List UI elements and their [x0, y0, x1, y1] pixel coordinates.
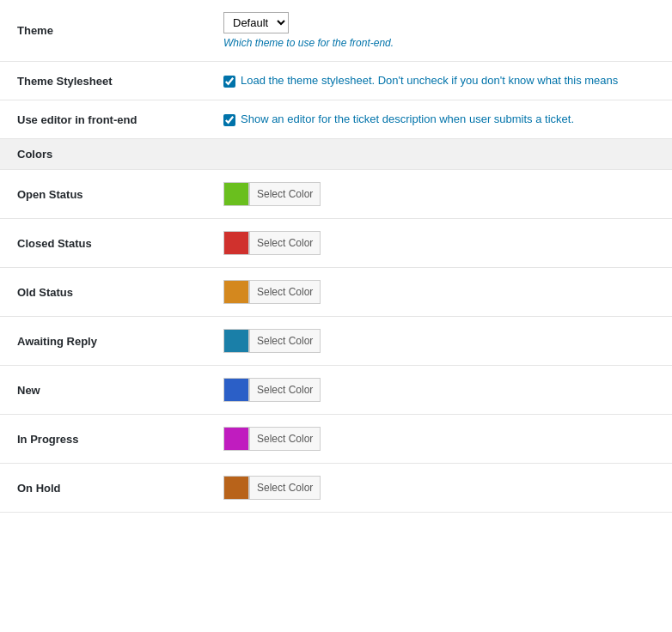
- color-label-on-hold: On Hold: [17, 482, 61, 495]
- color-row-awaiting-reply: Awaiting ReplySelect Color: [0, 317, 672, 366]
- color-swatch-closed-status: [223, 231, 249, 255]
- color-label-old-status: Old Status: [17, 286, 73, 299]
- select-color-button-on-hold[interactable]: Select Color: [249, 476, 321, 500]
- theme-stylesheet-checkbox-row: Load the theme stylesheet. Don't uncheck…: [223, 74, 663, 88]
- color-picker-open-status: Select Color: [223, 182, 663, 206]
- color-row-old-status: Old StatusSelect Color: [0, 268, 672, 317]
- color-picker-closed-status: Select Color: [223, 231, 663, 255]
- theme-stylesheet-checkbox-label: Load the theme stylesheet. Don't uncheck…: [241, 74, 618, 87]
- color-label-awaiting-reply: Awaiting Reply: [17, 335, 97, 348]
- color-swatch-in-progress: [223, 427, 249, 451]
- use-editor-row: Use editor in front-end Show an editor f…: [0, 100, 672, 139]
- color-row-new: NewSelect Color: [0, 366, 672, 415]
- color-swatch-awaiting-reply: [223, 329, 249, 353]
- theme-label: Theme: [17, 24, 53, 37]
- color-label-closed-status: Closed Status: [17, 237, 92, 250]
- select-color-button-in-progress[interactable]: Select Color: [249, 427, 321, 451]
- select-color-button-closed-status[interactable]: Select Color: [249, 231, 321, 255]
- color-row-open-status: Open StatusSelect Color: [0, 170, 672, 219]
- use-editor-checkbox[interactable]: [223, 114, 235, 126]
- use-editor-checkbox-label: Show an editor for the ticket descriptio…: [241, 112, 574, 125]
- use-editor-label: Use editor in front-end: [17, 113, 137, 126]
- settings-table: Theme Default Which theme to use for the…: [0, 0, 672, 170]
- color-label-in-progress: In Progress: [17, 433, 79, 446]
- color-label-new: New: [17, 384, 40, 397]
- color-swatch-new: [223, 378, 249, 402]
- theme-row: Theme Default Which theme to use for the…: [0, 0, 672, 62]
- theme-stylesheet-label: Theme Stylesheet: [17, 75, 113, 88]
- use-editor-checkbox-row: Show an editor for the ticket descriptio…: [223, 112, 663, 126]
- color-picker-new: Select Color: [223, 378, 663, 402]
- colors-section-header: Colors: [0, 139, 672, 170]
- theme-stylesheet-checkbox[interactable]: [223, 76, 235, 88]
- color-row-closed-status: Closed StatusSelect Color: [0, 219, 672, 268]
- color-row-in-progress: In ProgressSelect Color: [0, 415, 672, 464]
- color-swatch-open-status: [223, 182, 249, 206]
- color-picker-old-status: Select Color: [223, 280, 663, 304]
- color-swatch-on-hold: [223, 476, 249, 500]
- select-color-button-new[interactable]: Select Color: [249, 378, 321, 402]
- color-row-on-hold: On HoldSelect Color: [0, 464, 672, 513]
- color-picker-awaiting-reply: Select Color: [223, 329, 663, 353]
- color-picker-in-progress: Select Color: [223, 427, 663, 451]
- color-picker-on-hold: Select Color: [223, 476, 663, 500]
- select-color-button-old-status[interactable]: Select Color: [249, 280, 321, 304]
- color-swatch-old-status: [223, 280, 249, 304]
- colors-section-label: Colors: [17, 148, 52, 161]
- theme-select[interactable]: Default: [223, 12, 289, 33]
- theme-hint: Which theme to use for the front-end.: [223, 37, 663, 49]
- select-color-button-awaiting-reply[interactable]: Select Color: [249, 329, 321, 353]
- color-settings-table: Open StatusSelect ColorClosed StatusSele…: [0, 170, 672, 513]
- select-color-button-open-status[interactable]: Select Color: [249, 182, 321, 206]
- theme-stylesheet-row: Theme Stylesheet Load the theme styleshe…: [0, 62, 672, 100]
- color-label-open-status: Open Status: [17, 188, 83, 201]
